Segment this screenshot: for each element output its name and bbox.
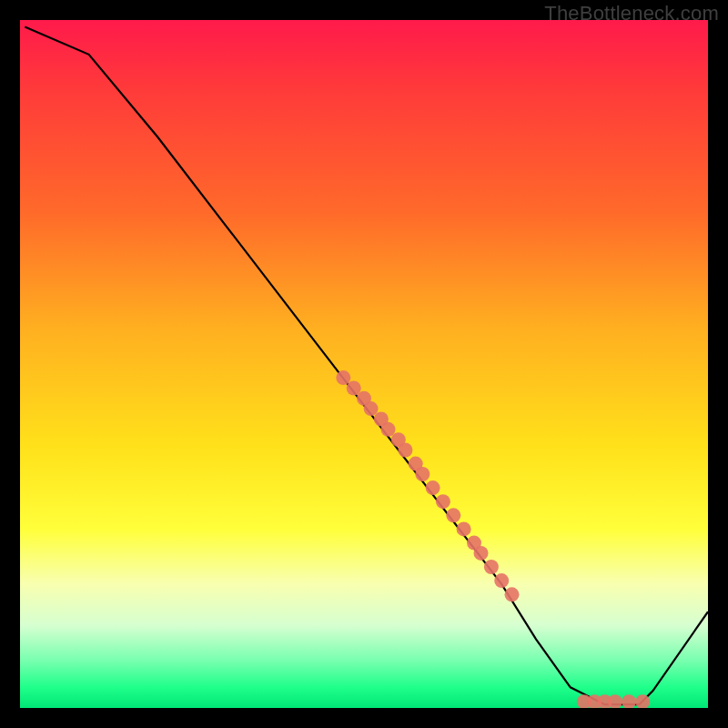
data-marker	[474, 546, 489, 561]
data-marker	[347, 381, 361, 396]
data-marker	[457, 521, 471, 536]
chart-stage: TheBottleneck.com	[0, 0, 728, 728]
data-marker	[364, 401, 379, 416]
plot-area	[20, 20, 708, 708]
data-marker	[608, 694, 622, 708]
chart-svg	[20, 20, 708, 708]
data-marker	[398, 443, 412, 458]
data-marker	[622, 694, 636, 708]
data-marker	[436, 494, 450, 509]
data-marker	[446, 508, 460, 522]
data-marker	[336, 370, 350, 385]
data-marker	[484, 560, 499, 574]
markers-group	[336, 370, 650, 708]
data-marker	[381, 422, 396, 437]
data-marker	[415, 467, 430, 481]
curve-line	[25, 27, 708, 705]
data-marker	[494, 573, 509, 588]
data-marker	[426, 480, 440, 495]
data-marker	[505, 587, 520, 602]
